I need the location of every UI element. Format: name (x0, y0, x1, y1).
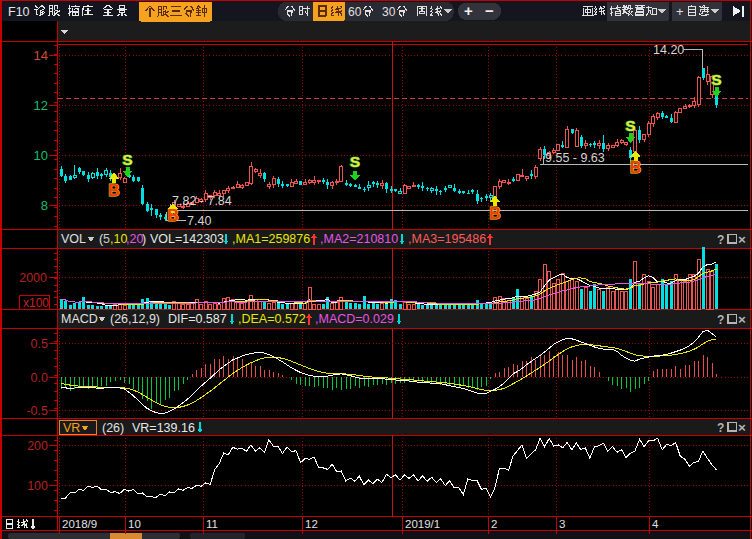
svg-text:2: 2 (491, 518, 497, 530)
svg-text:×: × (738, 232, 746, 247)
svg-text:?: ? (717, 421, 724, 435)
svg-text:B: B (489, 205, 501, 222)
svg-text:,MA3=195486: ,MA3=195486 (408, 232, 486, 246)
svg-text:100: 100 (27, 479, 48, 493)
svg-text:5: 5 (103, 232, 110, 246)
svg-text:B: B (167, 207, 179, 224)
svg-text:+: + (464, 2, 473, 19)
svg-text:(26): (26) (102, 421, 124, 435)
svg-text:+: + (676, 4, 684, 19)
svg-text:x100: x100 (23, 296, 49, 310)
svg-text:200: 200 (27, 439, 48, 453)
svg-text:10: 10 (128, 518, 141, 530)
svg-text:MACD: MACD (61, 312, 98, 326)
svg-text:0.5: 0.5 (31, 337, 48, 351)
svg-text:B: B (108, 182, 120, 199)
svg-text:2000: 2000 (19, 271, 47, 285)
svg-text:14.20: 14.20 (653, 43, 684, 57)
svg-text:30: 30 (382, 5, 396, 19)
svg-text:12: 12 (34, 98, 48, 113)
svg-text:,MA1=259876: ,MA1=259876 (232, 232, 310, 246)
svg-text:F10: F10 (8, 5, 30, 19)
svg-text:4: 4 (652, 518, 659, 530)
svg-text:×: × (738, 420, 746, 435)
svg-text:,20: ,20 (126, 232, 143, 246)
svg-text:×: × (738, 312, 746, 327)
svg-text:S: S (122, 151, 132, 168)
svg-text:10: 10 (34, 148, 48, 163)
svg-text:7.40: 7.40 (187, 214, 211, 228)
svg-text:B: B (630, 159, 642, 176)
svg-text:?: ? (717, 233, 724, 247)
svg-text:DIF=0.587: DIF=0.587 (168, 312, 227, 326)
svg-text:−: − (485, 2, 494, 19)
svg-text:S: S (711, 71, 721, 88)
svg-text:VR=139.16: VR=139.16 (132, 421, 195, 435)
svg-text:VOL=142303: VOL=142303 (150, 232, 224, 246)
svg-text:11: 11 (206, 518, 218, 530)
svg-text:9.55 - 9.63: 9.55 - 9.63 (545, 151, 605, 165)
svg-text:8: 8 (41, 198, 48, 213)
svg-text:VOL: VOL (61, 232, 86, 246)
svg-text:VR: VR (63, 421, 80, 435)
svg-text:2019/1: 2019/1 (405, 518, 440, 530)
svg-text:,10: ,10 (110, 232, 127, 246)
svg-text:7.82 - 7.84: 7.82 - 7.84 (172, 194, 232, 208)
svg-text:,MACD=0.029: ,MACD=0.029 (315, 312, 394, 326)
svg-text:(26,12,9): (26,12,9) (110, 312, 160, 326)
svg-text:S: S (625, 117, 635, 134)
svg-text:14: 14 (34, 48, 48, 63)
svg-text:3: 3 (559, 518, 565, 530)
svg-text:60: 60 (348, 5, 362, 19)
svg-text:?: ? (717, 313, 724, 327)
svg-text:0.0: 0.0 (31, 371, 48, 385)
svg-text:S: S (350, 153, 360, 170)
svg-text:): ) (142, 232, 146, 246)
svg-text:2018/9: 2018/9 (62, 518, 97, 530)
svg-text:-0.5: -0.5 (26, 404, 48, 418)
svg-text:12: 12 (305, 518, 318, 530)
svg-text:,MA2=210810: ,MA2=210810 (320, 232, 398, 246)
svg-text:,DEA=0.572: ,DEA=0.572 (238, 312, 306, 326)
